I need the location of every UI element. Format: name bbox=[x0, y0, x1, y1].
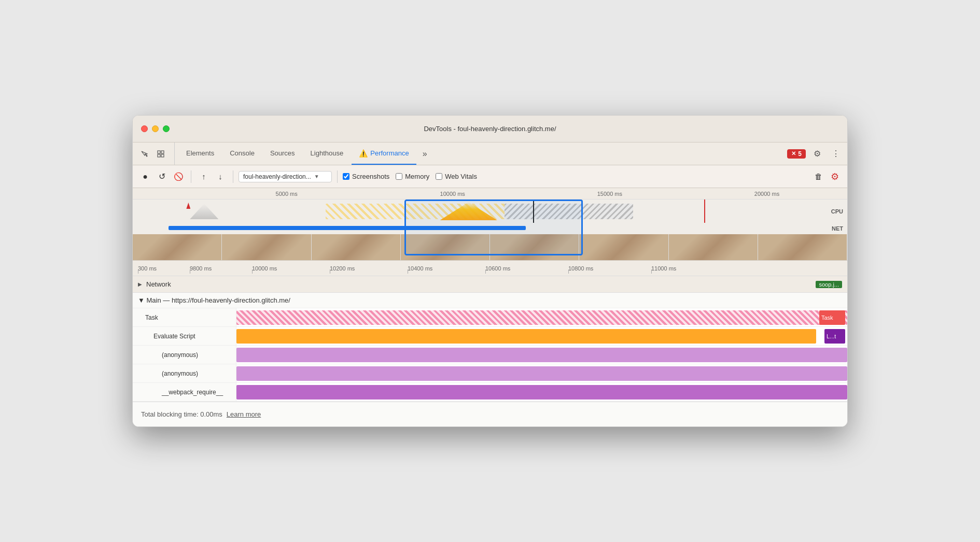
anonymous-1-label: (anonymous) bbox=[133, 346, 236, 364]
soop-badge: soop.j... bbox=[816, 281, 842, 288]
devtools-window: DevTools - foul-heavenly-direction.glitc… bbox=[132, 115, 848, 427]
tab-bar: Elements Console Sources Lighthouse ⚠️ P… bbox=[133, 142, 847, 165]
detail-mark-9800: 9800 ms bbox=[190, 265, 212, 272]
tab-performance[interactable]: ⚠️ Performance bbox=[352, 142, 416, 165]
cpu-marker-red bbox=[186, 203, 190, 209]
cpu-spike-1 bbox=[190, 204, 218, 219]
network-section-right: soop.j... bbox=[816, 280, 842, 288]
screenshots-track bbox=[133, 234, 847, 260]
delete-recording-button[interactable]: 🗑 bbox=[811, 169, 825, 184]
svg-rect-2 bbox=[158, 154, 160, 157]
svg-rect-0 bbox=[158, 151, 160, 153]
timeline-overview[interactable]: 5000 ms 10000 ms 15000 ms 20000 ms CPU bbox=[133, 188, 847, 261]
screenshot-thumb-1 bbox=[133, 234, 222, 260]
detail-area: 300 ms 9800 ms 10000 ms 10200 ms 10400 m… bbox=[133, 261, 847, 402]
timeline-ruler: 5000 ms 10000 ms 15000 ms 20000 ms bbox=[133, 188, 847, 199]
status-bar: Total blocking time: 0.00ms Learn more bbox=[133, 402, 847, 426]
red-cursor-main bbox=[704, 199, 705, 223]
download-button[interactable]: ↓ bbox=[213, 169, 228, 184]
title-bar: DevTools - foul-heavenly-direction.glitc… bbox=[133, 116, 847, 142]
learn-more-link[interactable]: Learn more bbox=[227, 410, 261, 418]
main-thread-header[interactable]: ▼ Main — https://foul-heavenly-direction… bbox=[133, 293, 847, 308]
svg-rect-1 bbox=[161, 151, 164, 153]
performance-toolbar: ● ↺ 🚫 ↑ ↓ foul-heavenly-direction... ▼ S… bbox=[133, 165, 847, 188]
network-expand-icon: ▶ bbox=[138, 281, 142, 287]
anonymous-2-bar bbox=[236, 366, 847, 381]
network-section-header[interactable]: ▶ Network soop.j... bbox=[133, 276, 847, 293]
screenshot-thumb-5 bbox=[490, 234, 579, 260]
task-bar-area[interactable]: Task bbox=[236, 308, 847, 326]
webpack-bar bbox=[236, 385, 847, 400]
time-cursor-main bbox=[533, 199, 534, 223]
detail-mark-10400: 10400 ms bbox=[408, 265, 432, 272]
anonymous-2-bar-area[interactable] bbox=[236, 364, 847, 382]
evaluate-script-bar-area[interactable]: L...t bbox=[236, 327, 847, 345]
net-track: NET bbox=[133, 223, 847, 234]
tab-icons bbox=[137, 142, 175, 165]
cursor-icon[interactable] bbox=[137, 147, 151, 161]
evaluate-script-badge: L...t bbox=[824, 329, 845, 344]
minimize-button[interactable] bbox=[152, 125, 159, 132]
evaluate-script-row: Evaluate Script L...t bbox=[133, 327, 847, 346]
screenshot-thumb-3 bbox=[312, 234, 401, 260]
url-selector[interactable]: foul-heavenly-direction... ▼ bbox=[239, 171, 332, 182]
record-button[interactable]: ● bbox=[138, 169, 152, 184]
tab-console[interactable]: Console bbox=[222, 142, 262, 165]
close-button[interactable] bbox=[141, 125, 148, 132]
error-badge[interactable]: ✕ 5 bbox=[787, 149, 806, 159]
screenshot-thumb-7 bbox=[669, 234, 758, 260]
detail-mark-10600: 10600 ms bbox=[485, 265, 510, 272]
flame-chart: ▼ Main — https://foul-heavenly-direction… bbox=[133, 293, 847, 402]
anonymous-1-bar-area[interactable] bbox=[236, 346, 847, 364]
tab-elements[interactable]: Elements bbox=[179, 142, 221, 165]
net-label: NET bbox=[832, 225, 843, 232]
ruler-mark-5000: 5000 ms bbox=[276, 191, 298, 197]
task-badge: Task bbox=[819, 310, 845, 325]
evaluate-script-bar bbox=[236, 329, 816, 344]
error-icon: ✕ bbox=[791, 150, 796, 157]
webpack-row: __webpack_require__ bbox=[133, 383, 847, 402]
ruler-mark-10000: 10000 ms bbox=[440, 191, 465, 197]
devtools-more-button[interactable]: ⋮ bbox=[829, 147, 843, 161]
clear-button[interactable]: 🚫 bbox=[171, 169, 186, 184]
tab-sources[interactable]: Sources bbox=[263, 142, 302, 165]
inspect-icon[interactable] bbox=[153, 147, 168, 161]
blocking-time-text: Total blocking time: 0.00ms bbox=[141, 410, 222, 418]
upload-button[interactable]: ↑ bbox=[197, 169, 211, 184]
web-vitals-checkbox[interactable]: Web Vitals bbox=[436, 173, 477, 180]
performance-settings-button[interactable]: ⚙ bbox=[828, 169, 842, 184]
more-tabs-button[interactable]: » bbox=[417, 142, 432, 165]
anonymous-2-label: (anonymous) bbox=[133, 364, 236, 382]
svg-rect-3 bbox=[161, 154, 164, 157]
detail-ruler: 300 ms 9800 ms 10000 ms 10200 ms 10400 m… bbox=[133, 261, 847, 276]
detail-mark-300: 300 ms bbox=[138, 265, 157, 272]
cpu-hatch-gray bbox=[505, 204, 633, 219]
ruler-mark-15000: 15000 ms bbox=[597, 191, 622, 197]
task-bar bbox=[236, 310, 847, 325]
webpack-bar-area[interactable] bbox=[236, 383, 847, 401]
detail-mark-11000: 11000 ms bbox=[651, 265, 676, 272]
detail-mark-10200: 10200 ms bbox=[330, 265, 355, 272]
webpack-label: __webpack_require__ bbox=[133, 383, 236, 401]
warning-icon: ⚠️ bbox=[359, 149, 368, 158]
tab-lighthouse[interactable]: Lighthouse bbox=[303, 142, 351, 165]
memory-checkbox[interactable]: Memory bbox=[396, 173, 429, 180]
screenshots-checkbox[interactable]: Screenshots bbox=[343, 173, 389, 180]
timeline-tracks: CPU NET bbox=[133, 199, 847, 261]
traffic-lights bbox=[141, 125, 170, 132]
evaluate-script-label: Evaluate Script bbox=[133, 327, 236, 345]
ruler-mark-20000: 20000 ms bbox=[754, 191, 779, 197]
net-bar bbox=[169, 226, 526, 230]
maximize-button[interactable] bbox=[163, 125, 170, 132]
task-row: Task Task bbox=[133, 308, 847, 327]
screenshot-thumb-2 bbox=[222, 234, 311, 260]
screenshot-thumb-8 bbox=[758, 234, 847, 260]
anonymous-2-row: (anonymous) bbox=[133, 364, 847, 383]
toolbar-separator-1 bbox=[191, 170, 191, 183]
toolbar-separator-2 bbox=[233, 170, 233, 183]
tab-bar-right: ✕ 5 ⚙ ⋮ bbox=[787, 142, 843, 165]
cpu-label: CPU bbox=[831, 208, 843, 215]
devtools-settings-button[interactable]: ⚙ bbox=[810, 147, 824, 161]
reload-button[interactable]: ↺ bbox=[155, 169, 169, 184]
detail-mark-10000: 10000 ms bbox=[252, 265, 277, 272]
